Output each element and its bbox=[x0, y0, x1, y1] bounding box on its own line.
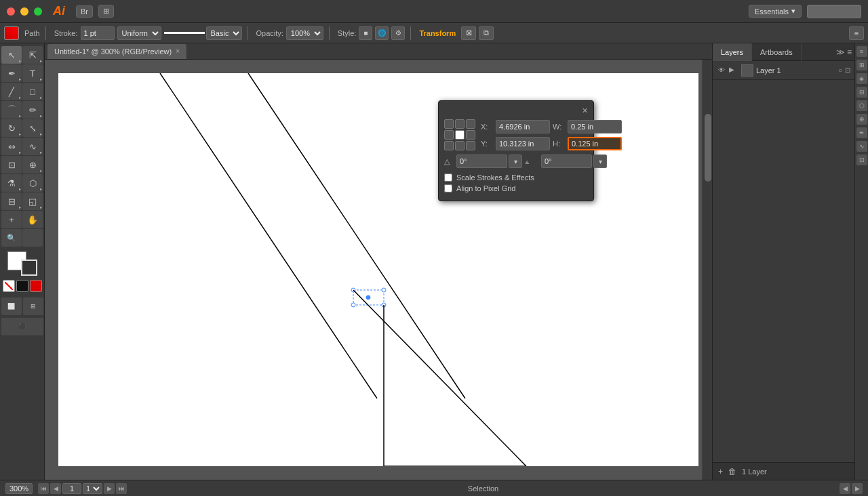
panels-toggle-btn[interactable]: ≡ bbox=[849, 26, 864, 40]
hand-tool-button[interactable]: ✋ bbox=[22, 211, 43, 228]
layer-options-icon[interactable]: ⊡ bbox=[845, 66, 850, 74]
rect-tool-button[interactable]: □▸ bbox=[22, 83, 43, 100]
maximize-window-button[interactable] bbox=[34, 7, 42, 16]
angle2-input[interactable] bbox=[541, 154, 592, 168]
no-fill-swatch[interactable] bbox=[3, 280, 15, 292]
stroke-style-select[interactable]: Basic bbox=[206, 26, 242, 40]
tab-layers[interactable]: Layers bbox=[713, 43, 752, 61]
eraser-tool-button[interactable]: ◱▸ bbox=[22, 192, 43, 210]
zoom-tool-button[interactable]: 🔍 bbox=[1, 229, 22, 247]
transform-panel-close-button[interactable]: ✕ bbox=[582, 106, 588, 115]
direct-selection-tool-button[interactable]: ⇱▸ bbox=[22, 46, 43, 64]
width-tool-button[interactable]: ⇔▸ bbox=[1, 138, 22, 155]
selection-tool-button[interactable]: ↖▸ bbox=[1, 46, 22, 64]
edge-panel-btn-2[interactable]: ⊞ bbox=[856, 60, 867, 70]
angle2-dropdown-btn[interactable]: ▾ bbox=[593, 154, 607, 168]
layers-add-icon[interactable]: + bbox=[718, 467, 723, 476]
layers-delete-icon[interactable]: 🗑 bbox=[728, 467, 736, 476]
free-transform-tool-button[interactable]: ⊡ bbox=[1, 156, 22, 173]
transform-button[interactable]: Transform bbox=[416, 29, 458, 37]
h-input[interactable] bbox=[568, 137, 622, 150]
stroke-color-swatch[interactable] bbox=[4, 26, 19, 40]
pencil-tool-button[interactable]: ✏▸ bbox=[22, 101, 43, 119]
angle1-dropdown-btn[interactable]: ▾ bbox=[509, 154, 522, 168]
scale-tool-button[interactable]: ⤡▸ bbox=[22, 119, 43, 137]
draw-normal-button[interactable]: ⬜ bbox=[1, 297, 22, 315]
panel-menu-icon[interactable]: ≡ bbox=[847, 47, 852, 57]
edge-panel-btn-1[interactable]: ≡ bbox=[856, 46, 867, 57]
close-window-button[interactable] bbox=[7, 7, 15, 16]
canvas-wrapper[interactable]: ✕ bbox=[45, 60, 712, 480]
bridge-button[interactable]: Br bbox=[76, 5, 93, 18]
blend-tool-button[interactable]: ⬡▸ bbox=[22, 174, 43, 192]
ref-dot-bl[interactable] bbox=[444, 141, 454, 150]
arrange-button[interactable]: ⊞ bbox=[98, 5, 114, 18]
slice-tool-button[interactable]: ⊟▸ bbox=[1, 192, 22, 210]
w-input[interactable] bbox=[568, 120, 622, 133]
ref-dot-mc[interactable] bbox=[455, 130, 465, 140]
paintbrush-tool-button[interactable]: ⌒▸ bbox=[1, 101, 22, 119]
draw-inside-button[interactable]: ⊞ bbox=[23, 297, 43, 315]
edge-panel-btn-3[interactable]: ◈ bbox=[856, 73, 867, 84]
stroke-swatch[interactable] bbox=[21, 260, 37, 276]
tab-close-button[interactable]: × bbox=[176, 47, 180, 55]
edge-panel-btn-4[interactable]: ⊟ bbox=[856, 87, 867, 98]
type-tool-button[interactable]: T▸ bbox=[22, 64, 43, 82]
layer-lock-icon[interactable]: ○ bbox=[838, 66, 842, 74]
x-input[interactable] bbox=[496, 120, 550, 133]
extra-tool-button[interactable] bbox=[22, 229, 43, 247]
view-back-button[interactable]: ◀ bbox=[840, 483, 850, 494]
edge-panel-btn-8[interactable]: ∿ bbox=[856, 141, 867, 152]
layer-visibility-icon[interactable]: 👁 bbox=[717, 66, 726, 75]
stroke-type-select[interactable]: Uniform bbox=[117, 26, 161, 40]
globe-icon[interactable]: 🌐 bbox=[375, 26, 389, 40]
line-tool-button[interactable]: ╱▸ bbox=[1, 83, 22, 100]
ref-dot-tl[interactable] bbox=[444, 119, 454, 129]
edge-panel-btn-9[interactable]: ⊡ bbox=[856, 154, 867, 165]
pathfinder-icon-btn[interactable]: ⧉ bbox=[479, 26, 494, 40]
rotate-tool-button[interactable]: ↻▸ bbox=[1, 119, 22, 137]
right-scrollbar[interactable] bbox=[703, 60, 712, 480]
page-select[interactable]: 1 bbox=[83, 483, 102, 494]
eyedropper-tool-button[interactable]: ⚗▸ bbox=[1, 174, 22, 192]
edge-panel-btn-7[interactable]: ✒ bbox=[856, 127, 867, 138]
search-input[interactable] bbox=[807, 5, 861, 18]
actions-icon[interactable]: ⚙ bbox=[391, 26, 405, 40]
screen-mode-button[interactable]: ⬛ bbox=[1, 318, 43, 335]
tab-artboards[interactable]: Artboards bbox=[752, 43, 802, 61]
dark-swatch[interactable] bbox=[16, 280, 28, 292]
align-icon-btn[interactable]: ⊠ bbox=[461, 26, 476, 40]
style-icon[interactable]: ■ bbox=[359, 26, 372, 40]
canvas-tab[interactable]: Untitled-1* @ 300% (RGB/Preview) × bbox=[47, 44, 187, 59]
edge-panel-btn-6[interactable]: ⊕ bbox=[856, 114, 867, 125]
ref-dot-bc[interactable] bbox=[455, 141, 465, 150]
ref-dot-br[interactable] bbox=[466, 141, 475, 150]
ref-dot-tc[interactable] bbox=[455, 119, 465, 129]
next-page-button[interactable]: ▶ bbox=[104, 483, 115, 494]
ref-dot-mr[interactable] bbox=[466, 130, 475, 140]
layer-expand-button[interactable]: ▶ bbox=[729, 66, 738, 75]
y-input[interactable] bbox=[496, 137, 550, 150]
gradient-swatch[interactable] bbox=[30, 280, 42, 292]
scale-strokes-checkbox[interactable] bbox=[444, 173, 452, 182]
pen-tool-button[interactable]: ✒▸ bbox=[1, 64, 22, 82]
reference-point-grid[interactable] bbox=[444, 119, 475, 150]
last-page-button[interactable]: ⏭ bbox=[116, 483, 127, 494]
angle1-input[interactable] bbox=[456, 154, 507, 168]
scrollbar-thumb[interactable] bbox=[705, 114, 711, 182]
prev-page-button[interactable]: ◀ bbox=[50, 483, 61, 494]
page-input[interactable] bbox=[62, 483, 81, 494]
align-pixel-checkbox[interactable] bbox=[444, 184, 452, 192]
essentials-button[interactable]: Essentials ▾ bbox=[749, 5, 802, 18]
minimize-window-button[interactable] bbox=[20, 7, 28, 16]
edge-panel-btn-5[interactable]: ⬡ bbox=[856, 100, 867, 111]
view-forward-button[interactable]: ▶ bbox=[852, 483, 863, 494]
ref-dot-tr[interactable] bbox=[466, 119, 475, 129]
stroke-value-input[interactable] bbox=[81, 26, 115, 40]
artboard-tool-button[interactable]: + bbox=[1, 211, 22, 228]
ref-dot-ml[interactable] bbox=[444, 130, 454, 140]
panel-expand-icon[interactable]: ≫ bbox=[836, 47, 845, 57]
zoom-input[interactable] bbox=[5, 483, 33, 494]
opacity-select[interactable]: 100% bbox=[286, 26, 323, 40]
warp-tool-button[interactable]: ∿▸ bbox=[22, 138, 43, 155]
